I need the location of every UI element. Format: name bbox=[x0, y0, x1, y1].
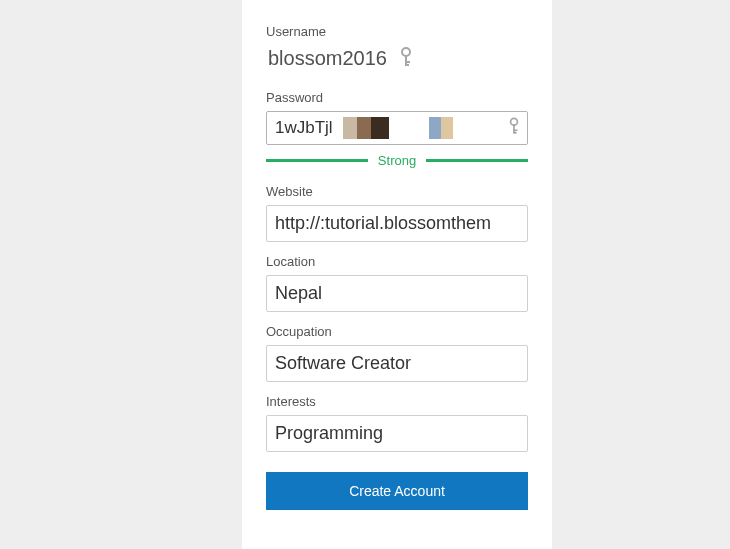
password-strength-bar-right bbox=[426, 159, 528, 162]
location-field-group: Location Nepal bbox=[266, 254, 528, 312]
occupation-input[interactable]: Software Creator bbox=[266, 345, 528, 382]
key-icon bbox=[508, 117, 520, 139]
website-field-group: Website http://:tutorial.blossomthem bbox=[266, 184, 528, 242]
occupation-label: Occupation bbox=[266, 324, 528, 339]
interests-input[interactable]: Programming bbox=[266, 415, 528, 452]
password-field-group: Password Strong bbox=[266, 90, 528, 168]
registration-form-card: Username blossom2016 Password bbox=[242, 0, 552, 549]
location-value: Nepal bbox=[275, 283, 519, 304]
password-strength-row: Strong bbox=[266, 153, 528, 168]
location-label: Location bbox=[266, 254, 528, 269]
svg-rect-3 bbox=[405, 64, 409, 66]
interests-field-group: Interests Programming bbox=[266, 394, 528, 452]
website-input[interactable]: http://:tutorial.blossomthem bbox=[266, 205, 528, 242]
username-display: blossom2016 bbox=[266, 45, 528, 78]
svg-rect-2 bbox=[405, 61, 410, 63]
occupation-value: Software Creator bbox=[275, 353, 519, 374]
password-input-wrap bbox=[266, 111, 528, 145]
location-input[interactable]: Nepal bbox=[266, 275, 528, 312]
interests-value: Programming bbox=[275, 423, 519, 444]
password-label: Password bbox=[266, 90, 528, 105]
occupation-field-group: Occupation Software Creator bbox=[266, 324, 528, 382]
password-strength-bar-left bbox=[266, 159, 368, 162]
password-strength-label: Strong bbox=[378, 153, 416, 168]
svg-point-4 bbox=[511, 118, 518, 125]
website-value: http://:tutorial.blossomthem bbox=[275, 213, 519, 234]
website-label: Website bbox=[266, 184, 528, 199]
password-obscured-region bbox=[343, 117, 453, 139]
svg-point-0 bbox=[402, 48, 410, 56]
username-value: blossom2016 bbox=[266, 45, 393, 78]
svg-rect-7 bbox=[513, 132, 516, 134]
username-field-group: Username blossom2016 bbox=[266, 24, 528, 78]
username-label: Username bbox=[266, 24, 528, 39]
svg-rect-1 bbox=[405, 55, 407, 65]
create-account-button[interactable]: Create Account bbox=[266, 472, 528, 510]
interests-label: Interests bbox=[266, 394, 528, 409]
key-icon bbox=[399, 47, 413, 71]
svg-rect-6 bbox=[513, 129, 517, 131]
svg-rect-5 bbox=[513, 124, 515, 133]
